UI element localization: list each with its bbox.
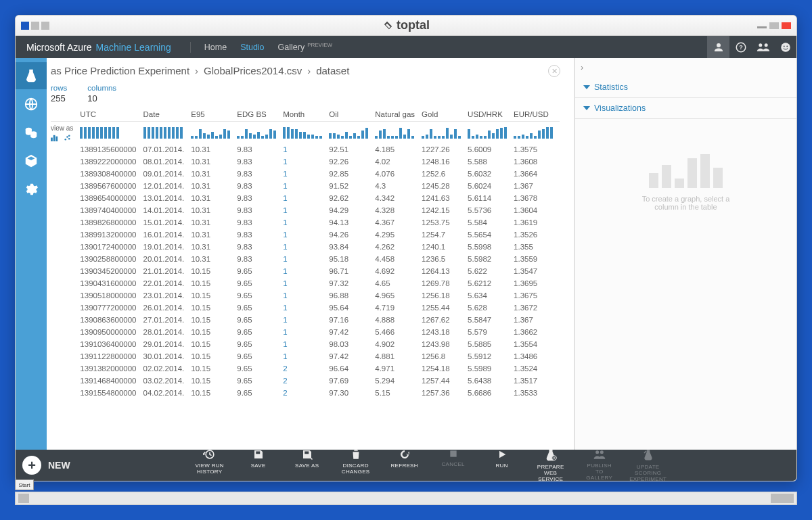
cell-gold: 1243.18 <box>422 326 468 338</box>
cell-month: 1 <box>283 241 329 253</box>
watermark-brand: toptal <box>16 18 796 32</box>
team-icon[interactable] <box>752 36 774 58</box>
footer-save-as[interactable]: SAVE AS <box>287 448 328 481</box>
table-row[interactable]: 138982680000015.01.2014.10.319.83194.134… <box>51 216 560 229</box>
help-icon[interactable]: ? <box>729 36 752 58</box>
scatter-icon[interactable] <box>64 134 71 141</box>
table-row[interactable]: 138922200000008.01.2014.10.319.83192.264… <box>51 156 560 168</box>
column-header[interactable]: Date <box>143 106 191 122</box>
cell-date: 30.01.2014. <box>143 350 191 362</box>
cell-gas: 4.971 <box>375 362 422 375</box>
column-header[interactable]: EUR/USD <box>514 106 560 122</box>
breadcrumb-file[interactable]: GlobalPrices2014.csv <box>204 65 302 76</box>
taskbar-tray[interactable] <box>771 494 794 503</box>
rows-label: rows <box>51 84 67 92</box>
table-scroll[interactable]: UTCDateE95EDG BSMonthOilNatural gasGoldU… <box>47 106 574 450</box>
histogram-icon[interactable] <box>51 134 60 141</box>
cell-date: 09.01.2014. <box>143 168 191 180</box>
cell-eurusd: 1.3554 <box>514 338 560 350</box>
nav-settings[interactable] <box>16 176 47 203</box>
start-button[interactable]: Start <box>15 479 34 490</box>
table-row[interactable]: 138965400000013.01.2014.10.319.83192.624… <box>51 192 560 204</box>
breadcrumb-experiment[interactable]: as Price Prediction Experiment <box>51 65 189 76</box>
table-row[interactable]: 139025880000020.01.2014.10.319.83195.184… <box>51 253 560 265</box>
column-header[interactable]: Month <box>283 106 329 122</box>
cell-usdhrk: 5.6024 <box>468 180 514 192</box>
nav-experiments[interactable] <box>16 62 47 89</box>
cell-gas: 4.902 <box>375 338 422 350</box>
nav-gallery[interactable]: Gallery <box>278 43 305 52</box>
table-row[interactable]: 139146840000003.02.2014.10.159.65297.695… <box>51 375 560 387</box>
cell-gas: 4.458 <box>375 253 422 265</box>
cell-e95: 10.31 <box>191 204 237 216</box>
table-row[interactable]: 139077720000026.01.2014.10.159.65195.644… <box>51 302 560 314</box>
cell-utc: 1391554800000 <box>80 387 143 399</box>
table-row[interactable]: 138956760000012.01.2014.10.319.83191.524… <box>51 180 560 192</box>
column-header[interactable]: Natural gas <box>375 106 422 122</box>
cell-oil: 94.29 <box>329 204 375 216</box>
cell-edg: 9.83 <box>237 180 283 192</box>
cell-date: 07.01.2014. <box>143 143 191 156</box>
nav-home[interactable]: Home <box>204 43 227 52</box>
footer-save[interactable]: SAVE <box>238 448 279 481</box>
footer-run[interactable]: RUN <box>482 448 522 481</box>
nav-web-services[interactable] <box>16 91 47 118</box>
smile-icon[interactable] <box>774 36 796 58</box>
viz-hint-line1: To create a graph, select a <box>575 195 796 203</box>
table-row[interactable]: 139138200000002.02.2014.10.159.65296.644… <box>51 362 560 375</box>
cell-gas: 4.02 <box>375 156 422 168</box>
footer-view-run-history[interactable]: VIEW RUNHISTORY <box>189 448 230 481</box>
column-header[interactable]: USD/HRK <box>468 106 514 122</box>
footer-prepare-web-service[interactable]: PREPAREWEBSERVICE <box>531 448 571 481</box>
close-preview-icon[interactable]: ✕ <box>548 65 560 77</box>
column-header[interactable]: Gold <box>422 106 468 122</box>
cell-usdhrk: 5.584 <box>468 216 514 229</box>
svg-point-16 <box>68 135 70 137</box>
table-row[interactable]: 138930840000009.01.2014.10.319.83192.854… <box>51 168 560 180</box>
table-row[interactable]: 138913560000007.01.2014.10.319.83192.514… <box>51 143 560 156</box>
table-row[interactable]: 138991320000016.01.2014.10.319.83194.264… <box>51 229 560 241</box>
nav-datasets[interactable] <box>16 119 47 146</box>
column-header[interactable]: UTC <box>80 106 143 122</box>
cell-usdhrk: 5.5654 <box>468 229 514 241</box>
footer-publish-to-gallery: PUBLISHTOGALLERY <box>579 448 620 481</box>
collapse-handle[interactable]: › <box>575 58 796 77</box>
table-row[interactable]: 138974040000014.01.2014.10.319.83194.294… <box>51 204 560 216</box>
cell-gold: 1253.75 <box>422 216 468 229</box>
table-row[interactable]: 139155480000004.02.2014.10.159.65297.305… <box>51 387 560 399</box>
cell-utc: 1389654000000 <box>80 192 143 204</box>
taskbar-item[interactable] <box>18 494 29 503</box>
cell-e95: 10.15 <box>191 277 237 289</box>
section-statistics[interactable]: Statistics <box>575 77 796 98</box>
footer-discard-changes[interactable]: DISCARDCHANGES <box>336 448 376 481</box>
cell-gold: 1255.44 <box>422 302 468 314</box>
table-row[interactable]: 139051800000023.01.2014.10.159.65196.884… <box>51 289 560 302</box>
cell-eurusd: 1.3533 <box>514 387 560 399</box>
column-header[interactable]: Oil <box>329 106 375 122</box>
table-row[interactable]: 139103640000029.01.2014.10.159.65198.034… <box>51 338 560 350</box>
cell-date: 08.01.2014. <box>143 156 191 168</box>
cell-e95: 10.31 <box>191 192 237 204</box>
cell-e95: 10.31 <box>191 216 237 229</box>
nav-modules[interactable] <box>16 147 47 174</box>
footer-refresh[interactable]: REFRESH <box>384 448 425 481</box>
table-row[interactable]: 139086360000027.01.2014.10.159.65197.164… <box>51 314 560 326</box>
cell-edg: 9.83 <box>237 229 283 241</box>
table-row[interactable]: 139043160000022.01.2014.10.159.65197.324… <box>51 277 560 289</box>
cell-month: 1 <box>283 192 329 204</box>
table-row[interactable]: 139017240000019.01.2014.10.319.83193.844… <box>51 241 560 253</box>
table-row[interactable]: 139095000000028.01.2014.10.159.65197.425… <box>51 326 560 338</box>
column-header[interactable]: EDG BS <box>237 106 283 122</box>
table-row[interactable]: 139112280000030.01.2014.10.159.65197.424… <box>51 350 560 362</box>
cell-gold: 1227.26 <box>422 143 468 156</box>
footer-update-scoring-experiment: UPDATESCORINGEXPERIMENT <box>628 448 669 481</box>
columns-value: 10 <box>87 93 116 103</box>
cell-gold: 1240.1 <box>422 241 468 253</box>
section-visualizations[interactable]: Visualizations <box>575 98 796 119</box>
nav-studio[interactable]: Studio <box>240 43 264 52</box>
cell-usdhrk: 5.5885 <box>468 338 514 350</box>
user-icon[interactable] <box>707 36 729 58</box>
column-header[interactable]: E95 <box>191 106 237 122</box>
new-button[interactable]: + NEW <box>22 456 70 475</box>
table-row[interactable]: 139034520000021.01.2014.10.159.65196.714… <box>51 265 560 277</box>
